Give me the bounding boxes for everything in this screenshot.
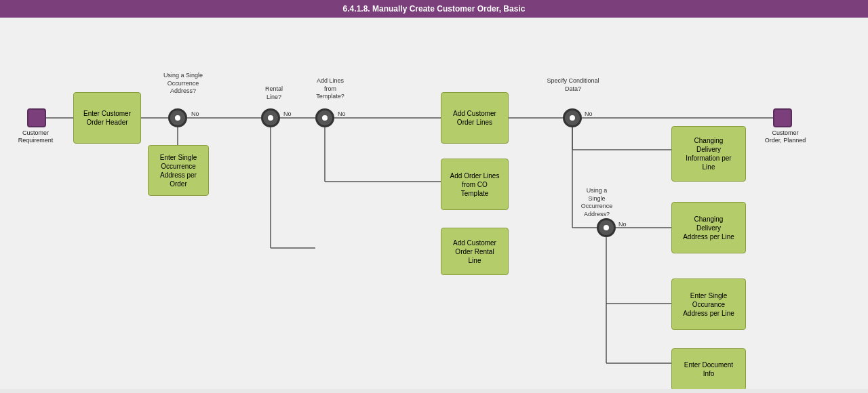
- end-event-label: CustomerOrder, Planned: [758, 129, 812, 144]
- add-co-template-box: Add Order Linesfrom COTemplate: [441, 159, 509, 210]
- enter-single-order-box: Enter SingleOccurrenceAddress perOrder: [148, 145, 209, 196]
- q2-no-label: No: [283, 110, 292, 119]
- add-co-lines-box: Add CustomerOrder Lines: [441, 92, 509, 144]
- q2-label: RentalLine?: [254, 85, 294, 101]
- q3-gateway: [315, 108, 334, 127]
- q5-no-label: No: [618, 221, 627, 229]
- q3-no-label: No: [338, 110, 346, 119]
- changing-delivery-info-box: ChangingDeliveryInformation perLine: [671, 126, 746, 182]
- end-event: [773, 108, 792, 127]
- diagram-area: CustomerRequirement Enter CustomerOrder …: [0, 18, 868, 389]
- q4-no-label: No: [585, 110, 593, 119]
- title-bar: 6.4.1.8. Manually Create Customer Order,…: [0, 0, 868, 18]
- enter-doc-info-box: Enter DocumentInfo: [671, 348, 746, 389]
- q1-no-label: No: [191, 110, 199, 119]
- q5-label: Using aSingleOccurrenceAddress?: [570, 187, 624, 219]
- q1-gateway: [168, 108, 187, 127]
- q4-gateway: [563, 108, 582, 127]
- title-text: 6.4.1.8. Manually Create Customer Order,…: [343, 4, 526, 14]
- start-event: [27, 108, 46, 127]
- q4-label: Specify ConditionalData?: [542, 77, 604, 93]
- changing-delivery-addr-box: ChangingDeliveryAddress per Line: [671, 202, 746, 253]
- add-co-rental-box: Add CustomerOrder RentalLine: [441, 228, 509, 275]
- start-event-label: CustomerRequirement: [10, 129, 61, 144]
- q5-gateway: [597, 218, 616, 237]
- q2-gateway: [261, 108, 280, 127]
- enter-single-line-box: Enter SingleOccuranceAddress per Line: [671, 278, 746, 330]
- q3-label: Add LinesfromTemplate?: [307, 77, 354, 101]
- enter-header-box: Enter CustomerOrder Header: [73, 92, 141, 144]
- q1-label: Using a SingleOccurrenceAddress?: [156, 72, 210, 96]
